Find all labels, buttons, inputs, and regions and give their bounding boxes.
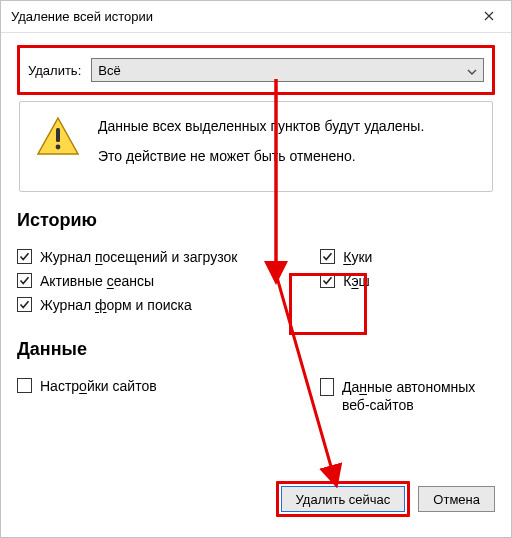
checkbox-label: Куки	[343, 249, 372, 265]
svg-point-1	[56, 145, 61, 150]
checkbox-offline-sites[interactable]: Данные автономных веб-сайтов	[320, 374, 495, 418]
time-range-select[interactable]: Всё	[91, 58, 484, 82]
highlight-delete-button: Удалить сейчас	[276, 481, 411, 517]
history-section-title: Историю	[17, 210, 495, 231]
checkbox-icon	[320, 378, 334, 396]
highlight-range: Удалить: Всё	[17, 45, 495, 95]
svg-rect-0	[56, 128, 60, 142]
cancel-button[interactable]: Отмена	[418, 486, 495, 512]
warning-icon	[36, 116, 80, 156]
dialog-window: Удаление всей истории Удалить: Всё	[0, 0, 512, 538]
checkbox-icon	[320, 249, 335, 264]
checkbox-icon	[17, 378, 32, 393]
checkbox-icon	[320, 273, 335, 288]
warning-panel: Данные всех выделенных пунктов будут уда…	[19, 101, 493, 192]
range-selected-value: Всё	[98, 63, 120, 78]
warning-line-2: Это действие не может быть отменено.	[98, 146, 424, 166]
checkbox-browsing-downloads[interactable]: Журнал посещений и загрузок	[17, 245, 294, 269]
range-label: Удалить:	[28, 63, 81, 78]
delete-now-button[interactable]: Удалить сейчас	[281, 486, 406, 512]
warning-text: Данные всех выделенных пунктов будут уда…	[98, 116, 424, 177]
window-title: Удаление всей истории	[1, 9, 467, 24]
checkbox-cookies[interactable]: Куки	[320, 245, 495, 269]
close-icon	[484, 9, 494, 24]
dialog-buttons: Удалить сейчас Отмена	[276, 481, 495, 517]
checkbox-label: Журнал посещений и загрузок	[40, 249, 237, 265]
checkbox-label: Настройки сайтов	[40, 378, 157, 394]
checkbox-cache[interactable]: Кэш	[320, 269, 495, 293]
checkbox-icon	[17, 249, 32, 264]
title-bar: Удаление всей истории	[1, 1, 511, 33]
checkbox-forms-search[interactable]: Журнал форм и поиска	[17, 293, 294, 317]
checkbox-label: Кэш	[343, 273, 370, 289]
chevron-down-icon	[467, 63, 477, 78]
warning-line-1: Данные всех выделенных пунктов будут уда…	[98, 116, 424, 136]
checkbox-site-settings[interactable]: Настройки сайтов	[17, 374, 294, 398]
checkbox-icon	[17, 297, 32, 312]
close-button[interactable]	[467, 1, 511, 33]
checkbox-active-sessions[interactable]: Активные сеансы	[17, 269, 294, 293]
checkbox-label: Журнал форм и поиска	[40, 297, 192, 313]
data-section-title: Данные	[17, 339, 495, 360]
checkbox-label: Данные автономных веб-сайтов	[342, 378, 495, 414]
checkbox-label: Активные сеансы	[40, 273, 154, 289]
checkbox-icon	[17, 273, 32, 288]
